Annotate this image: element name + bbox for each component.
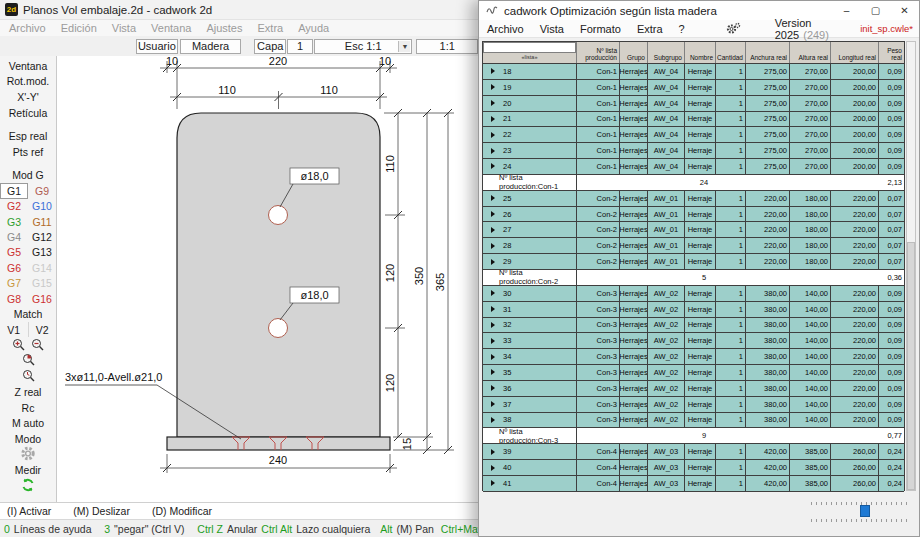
zoom-slider-handle[interactable] (860, 505, 870, 517)
table-row[interactable]: 34Con-3HerrajesAW_02Herraje1380,00140,00… (483, 349, 904, 365)
col-header-subgrupo[interactable]: Subgrupo (648, 42, 685, 63)
table-row[interactable]: 37Con-3HerrajesAW_02Herraje1380,00140,00… (483, 397, 904, 413)
rmenu-extra[interactable]: Extra (637, 23, 663, 35)
view-v1-button[interactable]: V1 (0, 322, 29, 338)
capa-value-field[interactable]: 1 (287, 39, 313, 54)
sidebar-group-button-g14[interactable]: G14 (28, 260, 56, 275)
table-row[interactable]: 32Con-3HerrajesAW_02Herraje1380,00140,00… (483, 318, 904, 334)
refresh-icon[interactable] (21, 478, 35, 494)
expand-row-icon[interactable] (491, 259, 495, 265)
expand-row-icon[interactable] (491, 243, 495, 249)
expand-row-icon[interactable] (491, 385, 495, 391)
menu-edicion[interactable]: Edición (61, 22, 97, 34)
sidebar-item-rotmod[interactable]: Rot.mod. (0, 74, 56, 90)
sidebar-group-button-g12[interactable]: G12 (28, 229, 56, 244)
table-row[interactable]: 18Con-1HerrajesAW_04Herraje1275,00270,00… (483, 64, 904, 80)
expand-row-icon[interactable] (491, 290, 495, 296)
zoom-out-icon[interactable] (31, 338, 44, 353)
sidebar-group-button-g6[interactable]: G6 (0, 260, 28, 275)
expand-row-icon[interactable] (491, 116, 495, 122)
menu-ajustes[interactable]: Ajustes (206, 22, 242, 34)
sidebar-item-medir[interactable]: Medir (0, 462, 56, 478)
expand-row-icon[interactable] (491, 306, 495, 312)
usuario-button[interactable]: Usuario (136, 39, 178, 54)
table-row[interactable]: 38Con-3HerrajesAW_02Herraje1380,00140,00… (483, 413, 904, 429)
expand-row-icon[interactable] (491, 163, 495, 169)
table-row[interactable]: 25Con-2HerrajesAW_01Herraje1220,00180,00… (483, 191, 904, 207)
ratio-field[interactable]: 1:1 (416, 39, 478, 54)
table-row[interactable]: 27Con-2HerrajesAW_01Herraje1220,00180,00… (483, 222, 904, 238)
sidebar-group-button-g5[interactable]: G5 (0, 245, 28, 260)
sidebar-group-button-g9[interactable]: G9 (28, 183, 56, 198)
expand-row-icon[interactable] (491, 84, 495, 90)
table-row[interactable]: 26Con-2HerrajesAW_01Herraje1220,00180,00… (483, 207, 904, 223)
expand-row-icon[interactable] (491, 354, 495, 360)
expand-row-icon[interactable] (491, 195, 495, 201)
sidebar-group-button-g3[interactable]: G3 (0, 214, 28, 229)
expand-row-icon[interactable] (491, 322, 495, 328)
expand-row-icon[interactable] (491, 480, 495, 486)
expand-row-icon[interactable] (491, 369, 495, 375)
col-header-grupo[interactable]: Grupo (620, 42, 648, 63)
table-row[interactable]: 29Con-2HerrajesAW_01Herraje1220,00180,00… (483, 254, 904, 270)
madera-button[interactable]: Madera (180, 39, 242, 54)
sidebar-group-button-g15[interactable]: G15 (28, 276, 56, 291)
rmenu-formato[interactable]: Formato (580, 23, 621, 35)
drawing-canvas[interactable]: 10 220 10 110 110 110 120 120 350 365 15… (57, 56, 478, 502)
sidebar-item-modo[interactable]: Modo (0, 431, 56, 447)
settings-gear-icon[interactable] (725, 22, 741, 35)
expand-row-icon[interactable] (491, 211, 495, 217)
sidebar-item-z-real[interactable]: Z real (0, 384, 56, 400)
table-row[interactable]: 21Con-1HerrajesAW_04Herraje1275,00270,00… (483, 112, 904, 128)
rmenu-archivo[interactable]: Archivo (487, 23, 524, 35)
menu-ayuda[interactable]: Ayuda (298, 22, 329, 34)
sidebar-item-esp-real[interactable]: Esp real (0, 128, 56, 144)
table-row[interactable]: 24Con-1HerrajesAW_04Herraje1275,00270,00… (483, 159, 904, 175)
sidebar-item-rc[interactable]: Rc (0, 400, 56, 416)
expand-row-icon[interactable] (491, 338, 495, 344)
table-row[interactable]: 19Con-1HerrajesAW_04Herraje1275,00270,00… (483, 80, 904, 96)
sidebar-group-button-g4[interactable]: G4 (0, 229, 28, 244)
col-header-peso[interactable]: Peso real (879, 42, 904, 63)
col-header-altura[interactable]: Altura real (790, 42, 831, 63)
table-row[interactable]: 22Con-1HerrajesAW_04Herraje1275,00270,00… (483, 127, 904, 143)
sidebar-item-reticula[interactable]: Retícula (0, 105, 56, 121)
expand-row-icon[interactable] (491, 465, 495, 471)
capa-button[interactable]: Capa (254, 39, 286, 54)
chevron-down-icon[interactable]: ▼ (398, 41, 410, 52)
table-row[interactable]: 36Con-3HerrajesAW_02Herraje1380,00140,00… (483, 381, 904, 397)
zoom-previous-icon[interactable] (22, 353, 35, 368)
left-titlebar[interactable]: 2d Planos Vol embalaje.2d - cadwork 2d (0, 0, 478, 20)
col-header-lista[interactable]: Nº lista producción (577, 42, 620, 63)
menu-archivo[interactable]: Archivo (9, 22, 46, 34)
col-header-cantidad[interactable]: Cantidad (716, 42, 746, 63)
sidebar-group-button-g1[interactable]: G1 (0, 183, 28, 198)
expand-row-icon[interactable] (491, 132, 495, 138)
menu-ventana[interactable]: Ventana (151, 22, 191, 34)
expand-row-icon[interactable] (491, 449, 495, 455)
table-row[interactable]: 30Con-3HerrajesAW_02Herraje1380,00140,00… (483, 286, 904, 302)
zoom-history-icon[interactable] (22, 369, 35, 384)
rmenu-vista[interactable]: Vista (540, 23, 564, 35)
expand-row-icon[interactable] (491, 68, 495, 74)
sidebar-group-button-g13[interactable]: G13 (28, 245, 56, 260)
col-header-anchura[interactable]: Anchura real (746, 42, 790, 63)
table-row[interactable]: 40Con-4HerrajesAW_03Herraje1420,00385,00… (483, 460, 904, 476)
sidebar-group-button-g7[interactable]: G7 (0, 276, 28, 291)
expand-row-icon[interactable] (491, 148, 495, 154)
expand-row-icon[interactable] (491, 417, 495, 423)
expand-row-icon[interactable] (491, 100, 495, 106)
table-row[interactable]: 20Con-1HerrajesAW_04Herraje1275,00270,00… (483, 96, 904, 112)
sidebar-item-match[interactable]: Match (0, 306, 56, 322)
col-header-longitud[interactable]: Longitud real (831, 42, 879, 63)
sidebar-item-xy[interactable]: X'-Y' (0, 89, 56, 105)
sidebar-group-button-g16[interactable]: G16 (28, 291, 56, 306)
sidebar-item-m-auto[interactable]: M auto (0, 415, 56, 431)
menu-extra[interactable]: Extra (257, 22, 283, 34)
sidebar-group-button-g11[interactable]: G11 (28, 214, 56, 229)
table-row[interactable]: 33Con-3HerrajesAW_02Herraje1380,00140,00… (483, 333, 904, 349)
sidebar-item-ventana[interactable]: Ventana (0, 58, 56, 74)
expand-row-icon[interactable] (491, 401, 495, 407)
table-row[interactable]: 31Con-3HerrajesAW_02Herraje1380,00140,00… (483, 302, 904, 318)
zoom-in-icon[interactable] (12, 338, 25, 353)
